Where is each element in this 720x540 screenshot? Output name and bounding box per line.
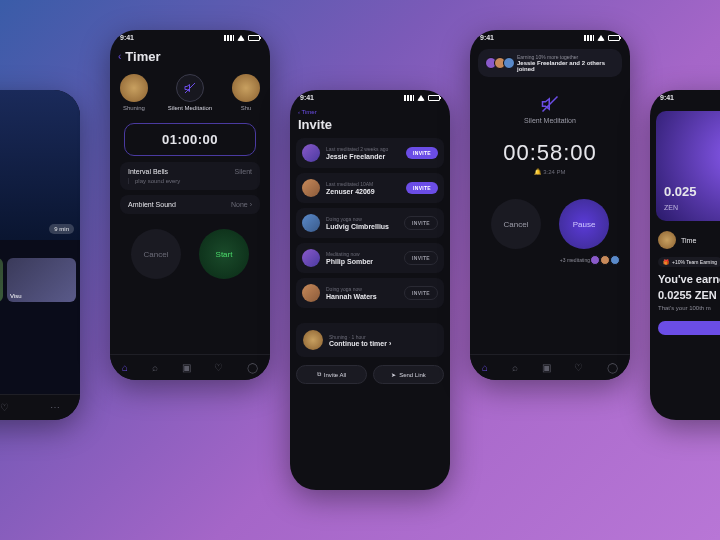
avatar [590,255,600,265]
avatar [302,179,320,197]
status-bar: 9:41 [470,30,630,45]
bowl-icon [658,231,676,249]
battery-icon [608,35,620,41]
tab-heart-icon[interactable]: ♡ [214,362,223,373]
bowl-icon [303,330,323,350]
signal-icon [404,95,414,101]
interval-bells-row[interactable]: Interval BellsSilent play sound every [120,162,260,190]
mode-shuning[interactable]: Shuning [120,74,148,111]
status-time: 9:41 [300,94,314,101]
tab-heart-icon[interactable]: ♡ [574,362,583,373]
send-icon: ➤ [391,371,396,378]
section-header: Raise Premium [0,240,80,258]
status-bar: 9:41 [290,90,450,105]
breadcrumb[interactable]: ‹ Timer [298,109,442,115]
primary-cta[interactable] [658,321,720,335]
people-icon: ⧉ [317,371,321,378]
status-time: 9:41 [120,34,134,41]
invite-list: Last meditated 2 weeks agoJessie Freelan… [290,136,450,315]
joined-toast[interactable]: Earning 10% more togetherJessie Freeland… [478,49,622,77]
page-title: Timer [125,49,160,64]
mode-selector: Shuning Silent Meditation Shu [110,68,270,117]
tab-profile-icon[interactable]: ◯ [607,362,618,373]
hero-image: 9 min [0,90,80,240]
battery-icon [248,35,260,41]
mode-indicator: Silent Meditation [470,81,630,130]
wifi-icon [237,35,245,41]
status-time: 9:41 [480,34,494,41]
invite-button[interactable]: INVITE [406,147,438,159]
tab-home-icon[interactable]: ⌂ [482,362,488,373]
continue-to-timer[interactable]: Shuning · 1 hourContinue to timer › [296,323,444,357]
mode-silent[interactable]: Silent Meditation [168,74,212,111]
tab-search-icon[interactable]: ⌕ [512,362,518,373]
mode-shu[interactable]: Shu [232,74,260,111]
ambient-sound-row[interactable]: Ambient SoundNone › [120,195,260,214]
avatar-stack [485,57,512,69]
phone-timer-setup: 9:41 ‹ Timer Shuning Silent Meditation S… [110,30,270,380]
phone-home: 9 min Raise Premium rounding Visu OCASTS… [0,90,80,420]
mute-icon [541,95,559,113]
team-earning-chip: 🎁+10% Team Earning [658,257,720,267]
time-input[interactable]: 01:00:00 [124,123,256,156]
wifi-icon [417,95,425,101]
signal-icon [224,35,234,41]
invite-button[interactable]: INVITE [406,182,438,194]
status-bar: 9:41 [110,30,270,45]
back-button[interactable]: ‹ [118,51,121,62]
invite-button[interactable]: INVITE [404,251,438,265]
avatar [610,255,620,265]
page-title: Invite [298,117,442,132]
signal-icon [584,35,594,41]
avatar [302,249,320,267]
earnings-card[interactable]: 0.025 ZEN [656,111,720,221]
cancel-button[interactable]: Cancel [491,199,541,249]
earned-sub: That's your 100th m [650,303,720,313]
status-bar: 9:41 [650,90,720,105]
tab-bar: ◉ ♡ ⋯ [0,394,80,420]
tab-profile-icon[interactable]: ◯ [247,362,258,373]
tab-more-icon[interactable]: ⋯ [50,402,60,413]
tab-bar: ⌂ ⌕ ▣ ♡ ◯ [470,354,630,380]
pause-button[interactable]: Pause [559,199,609,249]
phone-timer-running: 9:41 Earning 10% more togetherJessie Fre… [470,30,630,380]
phone-invite: 9:41 ‹ Timer Invite Last meditated 2 wee… [290,90,450,490]
gift-icon: 🎁 [663,259,669,265]
send-link-button[interactable]: ➤Send Link [373,365,444,384]
avatar [302,144,320,162]
countdown: 00:58:00 [470,140,630,166]
avatar [302,214,320,232]
battery-icon [428,95,440,101]
list-item: Last meditated 2 weeks agoJessie Freelan… [296,138,444,168]
alarm-time: 🔔 3:24 PM [470,168,630,175]
wifi-icon [597,35,605,41]
earned-amount: 0.0255 ZEN [650,287,720,303]
tab-bag-icon[interactable]: ▣ [542,362,551,373]
meditating-count[interactable]: +3 meditating [470,249,630,271]
tab-bag-icon[interactable]: ▣ [182,362,191,373]
tab-home-icon[interactable]: ⌂ [122,362,128,373]
card-visu[interactable]: Visu [7,258,76,302]
list-item: Meditating nowPhilip SomberINVITE [296,243,444,273]
avatar [600,255,610,265]
session-row[interactable]: Time [650,227,720,253]
duration-badge: 9 min [49,224,74,234]
avatar [302,284,320,302]
card-grounding[interactable]: rounding [0,258,3,302]
start-button[interactable]: Start [199,229,249,279]
tab-bar: ⌂ ⌕ ▣ ♡ ◯ [110,354,270,380]
cancel-button[interactable]: Cancel [131,229,181,279]
invite-button[interactable]: INVITE [404,216,438,230]
tab-search-icon[interactable]: ⌕ [152,362,158,373]
list-item: Doing yoga nowHannah WatersINVITE [296,278,444,308]
phone-earnings: 9:41 0.025 ZEN Time 🎁+10% Team Earning Y… [650,90,720,420]
tab-heart-icon[interactable]: ♡ [0,402,9,413]
invite-all-button[interactable]: ⧉Invite All [296,365,367,384]
list-item: Last meditated 10AMZenuser 42069INVITE [296,173,444,203]
list-item: Doing yoga nowLudvig CimbrelliusINVITE [296,208,444,238]
invite-button[interactable]: INVITE [404,286,438,300]
status-time: 9:41 [660,94,674,101]
bell-icon: 🔔 [534,169,541,175]
earned-heading: You've earne [650,271,720,287]
